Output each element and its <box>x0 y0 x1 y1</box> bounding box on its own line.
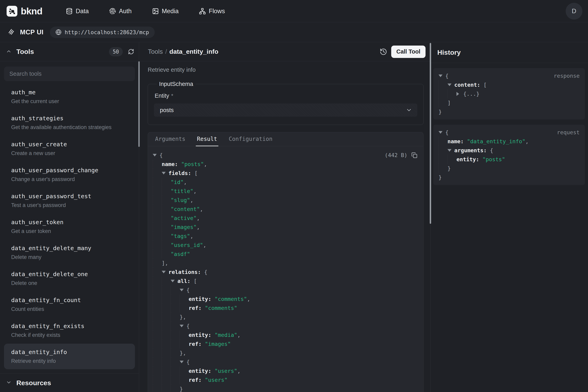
tool-description: Check if entity exists <box>11 332 128 338</box>
nav-item-flows[interactable]: Flows <box>199 8 225 15</box>
tool-list-item[interactable]: data_entity_infoRetrieve entity info <box>4 344 135 369</box>
tab-arguments[interactable]: Arguments <box>154 132 187 146</box>
json-line: entity: "media", <box>153 330 420 340</box>
tool-list-item[interactable]: data_entity_delete_manyDelete many <box>4 240 135 265</box>
json-key: ref: <box>189 377 201 383</box>
history-toggle-button[interactable] <box>380 48 387 56</box>
call-tool-button[interactable]: Call Tool <box>391 46 425 58</box>
indent-guide <box>438 98 447 107</box>
json-key: ref: <box>189 341 201 347</box>
json-line: arguments: { <box>438 146 580 155</box>
body-row: Tools 50 auth_meGet the current userauth… <box>0 42 588 392</box>
tool-list-item[interactable]: auth_strategiesGet the available authent… <box>4 110 135 136</box>
json-punct: , <box>203 242 206 248</box>
json-str: "users" <box>201 377 227 383</box>
json-line: "id", <box>153 178 420 186</box>
collapse-toggle-icon[interactable] <box>162 271 169 273</box>
indent-guide <box>162 330 171 340</box>
collapse-toggle-icon[interactable] <box>456 92 463 96</box>
resources-section-header[interactable]: Resources <box>0 374 139 392</box>
indent-guide <box>162 196 171 204</box>
collapse-toggle-icon[interactable] <box>180 361 187 363</box>
collapse-toggle-icon[interactable] <box>447 84 454 86</box>
entity-select[interactable]: posts <box>154 104 417 117</box>
json-line: entity: "users", <box>153 366 420 376</box>
json-str: "asdf" <box>171 251 190 257</box>
json-line: } <box>438 173 580 182</box>
collapse-toggle-icon[interactable] <box>171 280 178 282</box>
json-punct: } <box>180 386 183 392</box>
tools-section-header[interactable]: Tools 50 <box>0 42 139 61</box>
history-entries: {responsecontent: [{...}]}{requestname: … <box>430 63 588 392</box>
collapse-toggle-icon[interactable] <box>447 149 454 152</box>
history-entry-card[interactable]: {responsecontent: [{...}]} <box>433 68 585 120</box>
collapse-toggle-icon[interactable] <box>438 74 445 77</box>
tool-description: Delete many <box>11 254 128 260</box>
json-line: ref: "images" <box>153 340 420 348</box>
indent-guide <box>153 294 162 304</box>
indent-guide <box>153 204 162 214</box>
collapse-toggle-icon[interactable] <box>438 131 445 134</box>
collapse-toggle-icon[interactable] <box>180 325 187 327</box>
indent-guide <box>180 376 189 384</box>
indent-guide <box>171 384 180 392</box>
breadcrumb-section[interactable]: Tools <box>148 48 163 55</box>
tool-description: Count entities <box>11 306 128 312</box>
json-punct: , <box>237 368 240 374</box>
indent-guide <box>153 330 162 340</box>
indent-guide <box>162 304 171 312</box>
collapse-toggle-icon[interactable] <box>180 289 187 291</box>
bknd-logo-icon <box>6 6 17 16</box>
tool-name: data_entity_delete_many <box>11 244 128 252</box>
tool-name: data_entity_fn_exists <box>11 322 128 330</box>
history-entry-label: request <box>557 129 580 136</box>
json-key: entity: <box>189 332 211 338</box>
copy-button[interactable] <box>411 152 417 158</box>
search-input[interactable] <box>4 66 135 81</box>
resources-title: Resources <box>16 379 51 387</box>
tab-result[interactable]: Result <box>196 132 218 146</box>
history-panel: History {responsecontent: [{...}]}{reque… <box>430 42 588 392</box>
tool-list-item[interactable]: data_entity_delete_oneDelete one <box>4 266 135 291</box>
indent-guide <box>162 348 171 358</box>
tool-list-item[interactable]: auth_user_password_testTest a user's pas… <box>4 188 135 214</box>
sidebar-scrollbar-thumb[interactable] <box>138 61 140 147</box>
json-punct: { <box>187 323 190 329</box>
main-scrollbar-thumb[interactable] <box>430 43 431 224</box>
indent-guide <box>153 268 162 276</box>
nav-item-data[interactable]: Data <box>66 8 89 15</box>
history-entry-label: response <box>554 73 580 79</box>
indent-guide <box>153 178 162 186</box>
indent-guide <box>153 222 162 232</box>
tab-configuration[interactable]: Configuration <box>227 132 274 146</box>
json-key: name: <box>162 161 178 167</box>
tool-list-item[interactable]: data_entity_fn_countCount entities <box>4 292 135 317</box>
history-entry-card[interactable]: {requestname: "data_entity_info",argumen… <box>433 125 585 185</box>
tool-list-item[interactable]: auth_user_createCreate a new user <box>4 136 135 162</box>
nav-item-auth[interactable]: Auth <box>109 8 132 15</box>
tool-list-item[interactable]: data_entity_fn_existsCheck if entity exi… <box>4 318 135 343</box>
brand[interactable]: bknd <box>6 6 42 16</box>
tool-list-item[interactable]: auth_meGet the current user <box>4 84 135 110</box>
indent-guide <box>171 286 180 294</box>
avatar[interactable]: D <box>566 3 583 20</box>
json-punct: } <box>438 109 442 115</box>
refresh-tools-button[interactable] <box>128 48 134 55</box>
tool-list-item[interactable]: auth_user_password_changeChange a user's… <box>4 162 135 188</box>
nav-item-media[interactable]: Media <box>152 8 179 15</box>
collapse-toggle-icon[interactable] <box>153 154 160 156</box>
json-str: "comments" <box>211 296 247 302</box>
json-str: "comments" <box>201 305 237 311</box>
indent-guide <box>438 80 447 89</box>
tools-scroll-area: auth_meGet the current userauth_strategi… <box>0 61 139 392</box>
mcp-url-pill[interactable]: http://localhost:28623/mcp <box>50 26 155 38</box>
indent-guide <box>171 312 180 322</box>
chevron-up-icon <box>6 48 11 55</box>
indent-guide <box>180 330 189 340</box>
entity-field-label: Entity* <box>155 92 417 99</box>
tool-list-item[interactable]: auth_user_tokenGet a user token <box>4 214 135 239</box>
json-punct: , <box>247 296 250 302</box>
json-str: "tags" <box>171 233 190 239</box>
indent-guide <box>153 214 162 222</box>
collapse-toggle-icon[interactable] <box>162 172 169 174</box>
